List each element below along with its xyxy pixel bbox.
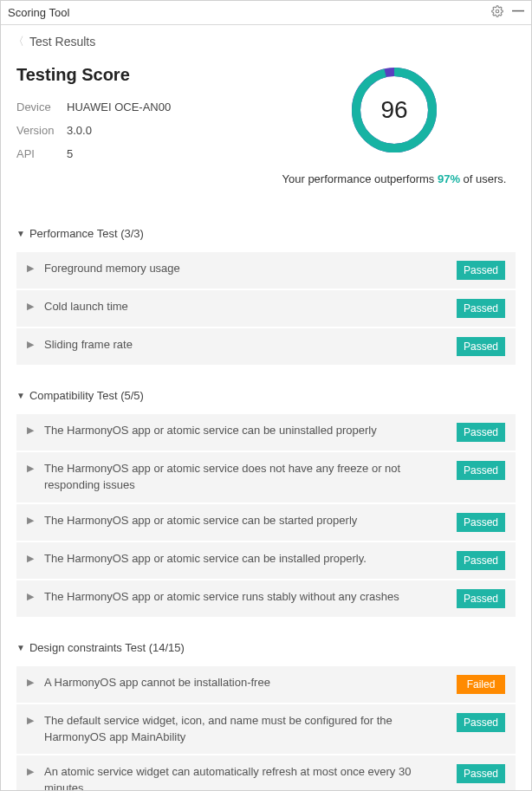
chevron-right-icon: ▶: [27, 551, 44, 564]
chevron-left-icon: 〈: [13, 34, 24, 49]
test-row[interactable]: ▶ Cold launch time Passed: [16, 290, 516, 328]
meta-device-value: HUAWEI OCE-AN00: [67, 100, 171, 113]
window-title: Scoring Tool: [8, 6, 69, 19]
status-badge: Passed: [457, 764, 505, 783]
test-row[interactable]: ▶ The HarmonyOS app or atomic service ca…: [16, 542, 516, 580]
test-label: The HarmonyOS app or atomic service runs…: [44, 589, 457, 606]
chevron-right-icon: ▶: [27, 513, 44, 526]
header-meta: Testing Score Device HUAWEI OCE-AN00 Ver…: [16, 65, 273, 185]
page-title: Testing Score: [16, 65, 273, 85]
back-label: Test Results: [29, 35, 95, 49]
section-performance-title: Performance Test (3/3): [29, 227, 144, 240]
outperform-pct: 97%: [438, 172, 460, 185]
section-design-items: ▶ A HarmonyOS app cannot be installation…: [16, 666, 516, 791]
test-label: An atomic service widget can automatical…: [44, 764, 457, 791]
chevron-right-icon: ▶: [27, 589, 44, 602]
chevron-right-icon: ▶: [27, 675, 44, 688]
chevron-right-icon: ▶: [27, 461, 44, 474]
status-badge: Failed: [457, 675, 505, 694]
test-row[interactable]: ▶ Foreground memory usage Passed: [16, 252, 516, 290]
chevron-right-icon: ▶: [27, 299, 44, 312]
test-row[interactable]: ▶ The HarmonyOS app or atomic service ru…: [16, 580, 516, 617]
test-label: The default service widget, icon, and na…: [44, 713, 457, 746]
test-row[interactable]: ▶ An atomic service widget can automatic…: [16, 755, 516, 791]
status-badge: Passed: [457, 337, 505, 356]
meta-device: Device HUAWEI OCE-AN00: [16, 100, 273, 113]
chevron-right-icon: ▶: [27, 261, 44, 274]
section-performance: ▼ Performance Test (3/3) ▶ Foreground me…: [4, 227, 528, 365]
status-badge: Passed: [457, 261, 505, 280]
meta-version-label: Version: [16, 124, 67, 137]
test-row[interactable]: ▶ A HarmonyOS app cannot be installation…: [16, 666, 516, 704]
section-compatibility-items: ▶ The HarmonyOS app or atomic service ca…: [16, 414, 516, 617]
chevron-down-icon: ▼: [16, 229, 25, 238]
test-row[interactable]: ▶ The HarmonyOS app or atomic service ca…: [16, 414, 516, 452]
outperform-text: Your performance outperforms 97% of user…: [273, 172, 516, 185]
minimize-icon[interactable]: —: [512, 3, 524, 17]
chevron-right-icon: ▶: [27, 337, 44, 350]
test-label: Cold launch time: [44, 299, 457, 315]
section-compatibility: ▼ Compatibility Test (5/5) ▶ The Harmony…: [4, 389, 528, 617]
meta-version-value: 3.0.0: [67, 124, 92, 137]
section-compatibility-title: Compatibility Test (5/5): [29, 389, 144, 402]
svg-point-0: [496, 10, 499, 13]
score-value: 96: [349, 65, 439, 155]
status-badge: Passed: [457, 461, 505, 480]
status-badge: Passed: [457, 513, 505, 532]
chevron-right-icon: ▶: [27, 713, 44, 726]
header-area: Testing Score Device HUAWEI OCE-AN00 Ver…: [4, 65, 528, 203]
chevron-down-icon: ▼: [16, 643, 25, 652]
meta-version: Version 3.0.0: [16, 124, 273, 137]
chevron-right-icon: ▶: [27, 764, 44, 777]
test-label: The HarmonyOS app or atomic service can …: [44, 551, 457, 567]
section-design-title: Design constraints Test (14/15): [29, 641, 185, 654]
gear-icon[interactable]: [491, 5, 503, 20]
test-row[interactable]: ▶ The default service widget, icon, and …: [16, 704, 516, 756]
status-badge: Passed: [457, 423, 505, 442]
meta-api-value: 5: [67, 147, 73, 160]
score-area: 96 Your performance outperforms 97% of u…: [273, 65, 516, 185]
test-row[interactable]: ▶ The HarmonyOS app or atomic service do…: [16, 452, 516, 504]
content-area: 〈 Test Results Testing Score Device HUAW…: [1, 25, 531, 791]
test-label: The HarmonyOS app or atomic service can …: [44, 513, 457, 529]
section-design: ▼ Design constraints Test (14/15) ▶ A Ha…: [4, 641, 528, 791]
meta-api-label: API: [16, 147, 67, 160]
back-button[interactable]: 〈 Test Results: [4, 25, 528, 65]
test-row[interactable]: ▶ Sliding frame rate Passed: [16, 328, 516, 365]
section-performance-header[interactable]: ▼ Performance Test (3/3): [16, 227, 516, 240]
outperform-suffix: of users.: [460, 172, 506, 185]
status-badge: Passed: [457, 551, 505, 570]
section-design-header[interactable]: ▼ Design constraints Test (14/15): [16, 641, 516, 654]
test-label: The HarmonyOS app or atomic service can …: [44, 423, 457, 439]
titlebar: Scoring Tool —: [1, 1, 531, 25]
test-label: Foreground memory usage: [44, 261, 457, 277]
chevron-down-icon: ▼: [16, 391, 25, 400]
test-row[interactable]: ▶ The HarmonyOS app or atomic service ca…: [16, 504, 516, 542]
score-ring: 96: [349, 65, 439, 155]
test-label: A HarmonyOS app cannot be installation-f…: [44, 675, 457, 691]
meta-api: API 5: [16, 147, 273, 160]
status-badge: Passed: [457, 589, 505, 608]
status-badge: Passed: [457, 713, 505, 732]
status-badge: Passed: [457, 299, 505, 318]
test-label: The HarmonyOS app or atomic service does…: [44, 461, 457, 494]
section-performance-items: ▶ Foreground memory usage Passed ▶ Cold …: [16, 252, 516, 365]
chevron-right-icon: ▶: [27, 423, 44, 436]
window-controls: —: [491, 5, 524, 20]
section-compatibility-header[interactable]: ▼ Compatibility Test (5/5): [16, 389, 516, 402]
meta-device-label: Device: [16, 100, 67, 113]
outperform-prefix: Your performance outperforms: [282, 172, 438, 185]
test-label: Sliding frame rate: [44, 337, 457, 353]
